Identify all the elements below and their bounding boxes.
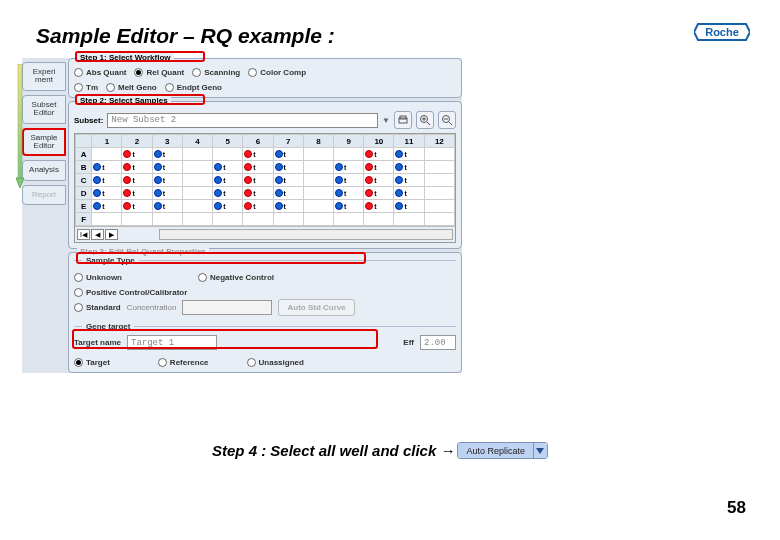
plate-col-header[interactable]: 5 <box>213 135 243 148</box>
plate-well[interactable] <box>424 213 454 226</box>
plate-well[interactable] <box>152 213 182 226</box>
plate-well[interactable]: t <box>364 174 394 187</box>
plate-col-header[interactable]: 12 <box>424 135 454 148</box>
plate-well[interactable] <box>424 174 454 187</box>
plate-row-header[interactable]: F <box>76 213 92 226</box>
plate-well[interactable] <box>364 213 394 226</box>
plate-well[interactable]: t <box>152 161 182 174</box>
plate-well[interactable]: t <box>243 174 273 187</box>
plate-col-header[interactable]: 4 <box>182 135 212 148</box>
plate-well[interactable]: t <box>243 148 273 161</box>
plate-well[interactable]: t <box>122 148 152 161</box>
plate-well[interactable] <box>182 161 212 174</box>
subset-dropdown-icon[interactable]: ▼ <box>382 116 390 125</box>
plate-well[interactable]: t <box>243 187 273 200</box>
plate-col-header[interactable]: 6 <box>243 135 273 148</box>
plate-well[interactable]: t <box>273 148 303 161</box>
plate-well[interactable]: t <box>152 200 182 213</box>
radio-unassigned[interactable]: Unassigned <box>247 358 304 367</box>
plate-well[interactable] <box>92 148 122 161</box>
plate-well[interactable]: t <box>92 200 122 213</box>
radio-neg-control[interactable]: Negative Control <box>198 273 274 282</box>
plate-col-header[interactable]: 7 <box>273 135 303 148</box>
plate-well[interactable]: t <box>364 148 394 161</box>
radio-abs-quant[interactable]: Abs Quant <box>74 68 126 77</box>
plate-well[interactable] <box>273 213 303 226</box>
plate-well[interactable]: t <box>273 174 303 187</box>
plate-row-header[interactable]: E <box>76 200 92 213</box>
plate-well[interactable] <box>182 174 212 187</box>
auto-replicate-button[interactable]: Auto Replicate <box>457 442 548 459</box>
plate-first-button[interactable]: I◀ <box>77 229 90 240</box>
plate-col-header[interactable]: 2 <box>122 135 152 148</box>
plate-well[interactable]: t <box>334 161 364 174</box>
plate-prev-button[interactable]: ◀ <box>91 229 104 240</box>
plate-col-header[interactable]: 11 <box>394 135 424 148</box>
plate-well[interactable] <box>424 148 454 161</box>
plate-well[interactable] <box>334 213 364 226</box>
plate-row-header[interactable]: D <box>76 187 92 200</box>
plate-well[interactable]: t <box>92 161 122 174</box>
plate-row-header[interactable]: B <box>76 161 92 174</box>
plate-well[interactable]: t <box>273 161 303 174</box>
subset-input[interactable] <box>107 113 378 128</box>
plate-well[interactable]: t <box>122 161 152 174</box>
plate-col-header[interactable]: 10 <box>364 135 394 148</box>
plate-well[interactable]: t <box>273 200 303 213</box>
tab-sample-editor[interactable]: Sample Editor <box>22 128 66 157</box>
eff-input[interactable] <box>420 335 456 350</box>
chevron-down-icon[interactable] <box>533 443 547 458</box>
radio-reference[interactable]: Reference <box>158 358 209 367</box>
plate-well[interactable] <box>182 148 212 161</box>
plate-well[interactable] <box>303 161 333 174</box>
plate-well[interactable] <box>182 187 212 200</box>
plate-col-header[interactable]: 8 <box>303 135 333 148</box>
plate-row-header[interactable]: C <box>76 174 92 187</box>
radio-scanning[interactable]: Scanning <box>192 68 240 77</box>
radio-standard[interactable]: Standard <box>74 303 121 312</box>
plate-well[interactable] <box>303 213 333 226</box>
plate-well[interactable]: t <box>364 200 394 213</box>
plate-well[interactable]: t <box>394 161 424 174</box>
radio-pos-control[interactable]: Positive Control/Calibrator <box>74 288 187 297</box>
radio-melt-geno[interactable]: Melt Geno <box>106 83 157 92</box>
plate-well[interactable]: t <box>334 187 364 200</box>
plate-well[interactable]: t <box>152 148 182 161</box>
plate-col-header[interactable]: 9 <box>334 135 364 148</box>
plate-well[interactable]: t <box>334 174 364 187</box>
tab-subset-editor[interactable]: Subset Editor <box>22 95 66 124</box>
plate-well[interactable] <box>92 213 122 226</box>
plate-well[interactable]: t <box>364 187 394 200</box>
radio-target[interactable]: Target <box>74 358 110 367</box>
plate-well[interactable]: t <box>364 161 394 174</box>
plate-well[interactable]: t <box>394 200 424 213</box>
well-plate-grid[interactable]: 123456789101112AttttttBtttttttttCttttttt… <box>74 133 456 243</box>
radio-tm[interactable]: Tm <box>74 83 98 92</box>
radio-unknown[interactable]: Unknown <box>74 273 122 282</box>
radio-endpt-geno[interactable]: Endpt Geno <box>165 83 222 92</box>
plate-well[interactable]: t <box>152 187 182 200</box>
plate-well[interactable]: t <box>122 187 152 200</box>
radio-rel-quant[interactable]: Rel Quant <box>134 68 184 77</box>
plate-well[interactable]: t <box>213 187 243 200</box>
radio-color-comp[interactable]: Color Comp <box>248 68 306 77</box>
plate-well[interactable]: t <box>394 148 424 161</box>
plate-well[interactable] <box>122 213 152 226</box>
plate-well[interactable] <box>424 200 454 213</box>
plate-well[interactable] <box>243 213 273 226</box>
plate-well[interactable]: t <box>394 174 424 187</box>
tab-analysis[interactable]: Analysis <box>22 160 66 180</box>
plate-col-header[interactable]: 3 <box>152 135 182 148</box>
plate-well[interactable]: t <box>213 200 243 213</box>
zoom-out-icon[interactable] <box>438 111 456 129</box>
plate-well[interactable] <box>334 148 364 161</box>
plate-well[interactable] <box>182 213 212 226</box>
plate-well[interactable]: t <box>273 187 303 200</box>
plate-well[interactable]: t <box>334 200 364 213</box>
plate-well[interactable]: t <box>243 200 273 213</box>
tab-experiment[interactable]: Experi ment <box>22 62 66 91</box>
plate-well[interactable] <box>303 187 333 200</box>
plate-well[interactable] <box>303 148 333 161</box>
plate-well[interactable] <box>182 200 212 213</box>
plate-well[interactable] <box>394 213 424 226</box>
